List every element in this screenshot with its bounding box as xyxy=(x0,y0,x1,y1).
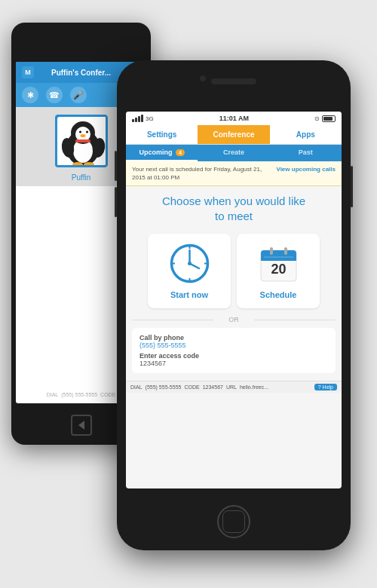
sub-tab-upcoming[interactable]: Upcoming 4 xyxy=(126,145,198,161)
signal-bar-3 xyxy=(138,116,140,122)
clock-icon xyxy=(169,243,210,284)
battery-icon: ⊙ xyxy=(314,115,320,122)
android-code-label: CODE xyxy=(100,392,115,397)
access-code-label: Enter access code xyxy=(139,352,328,360)
phone-icon[interactable]: ☎ xyxy=(46,87,63,103)
upcoming-badge: 4 xyxy=(176,149,185,156)
sub-tabs: Upcoming 4 Create Past xyxy=(126,145,342,161)
iphone-power-btn[interactable] xyxy=(351,166,353,207)
bottom-code-number: 1234567 xyxy=(203,384,223,390)
start-now-label: Start now xyxy=(170,290,208,299)
notification-link[interactable]: View upcoming calls xyxy=(276,165,336,173)
signal-bar-4 xyxy=(141,115,143,122)
android-dial-label: DIAL xyxy=(47,392,59,397)
signal-bar-2 xyxy=(135,118,137,122)
notification-bar: Your next call is scheduled for Friday, … xyxy=(126,161,342,186)
sub-tab-create[interactable]: Create xyxy=(198,145,269,161)
svg-rect-24 xyxy=(261,256,296,261)
or-divider: OR xyxy=(132,316,336,323)
notification-text: Your next call is scheduled for Friday, … xyxy=(132,165,276,182)
main-tabs: Settings Conference Apps xyxy=(126,125,342,145)
signal-indicator: 3G xyxy=(132,115,154,122)
schedule-label: Schedule xyxy=(260,290,297,299)
svg-line-17 xyxy=(189,264,199,269)
iphone-bottom-bar: DIAL (555) 555-5555 CODE 1234567 URL hel… xyxy=(126,381,342,393)
penguin-avatar-image xyxy=(57,117,108,167)
status-right: ⊙ xyxy=(314,115,336,122)
start-now-card[interactable]: Start now xyxy=(148,234,231,308)
android-title: Puffin's Confer... xyxy=(51,69,111,77)
action-cards: Start now xyxy=(132,234,336,308)
iphone-volume-down[interactable] xyxy=(115,187,117,217)
iphone-home-inner xyxy=(222,510,245,533)
iphone-home-button[interactable] xyxy=(217,505,250,538)
access-code-value: 1234567 xyxy=(139,360,328,367)
bottom-code-label: CODE xyxy=(184,384,199,390)
svg-rect-25 xyxy=(270,247,273,255)
mic-icon[interactable]: 🎤 xyxy=(70,87,87,103)
iphone-volume-up[interactable] xyxy=(115,151,117,181)
android-avatar xyxy=(55,115,108,167)
svg-point-12 xyxy=(84,162,94,167)
choose-title: Choose when you would like to meet xyxy=(132,194,336,223)
signal-bar-1 xyxy=(132,119,134,122)
status-time: 11:01 AM xyxy=(219,115,249,122)
iphone-screen: 3G 11:01 AM ⊙ Settings Conference Apps xyxy=(126,112,342,488)
svg-point-6 xyxy=(79,130,81,133)
svg-point-11 xyxy=(72,162,83,167)
tab-settings[interactable]: Settings xyxy=(126,125,198,144)
iphone: 3G 11:01 AM ⊙ Settings Conference Apps xyxy=(117,60,351,550)
sub-tab-past[interactable]: Past xyxy=(270,145,342,161)
iphone-camera xyxy=(200,75,206,81)
schedule-card[interactable]: 20 Schedule xyxy=(237,234,320,308)
android-back-icon[interactable] xyxy=(71,415,92,436)
bottom-dial-label: DIAL xyxy=(130,384,143,390)
svg-rect-26 xyxy=(284,247,287,255)
m-badge: M xyxy=(22,66,34,78)
network-type: 3G xyxy=(146,115,154,122)
calendar-icon: 20 xyxy=(258,243,299,284)
main-content: Choose when you would like to meet xyxy=(126,186,342,381)
scene: M Puffin's Confer... ✱ ☎ 🎤 xyxy=(0,0,377,588)
svg-text:20: 20 xyxy=(271,262,286,277)
android-avatar-name: Puffin xyxy=(72,173,90,182)
svg-point-7 xyxy=(86,130,88,133)
battery-indicator xyxy=(322,115,336,122)
call-by-phone-label: Call by phone xyxy=(139,334,328,341)
asterisk-icon[interactable]: ✱ xyxy=(22,87,38,103)
android-bottom-number: (555) 555-5555 xyxy=(61,392,97,397)
battery-fill xyxy=(323,117,333,121)
bottom-dial-number: (555) 555-5555 xyxy=(146,384,182,390)
svg-rect-13 xyxy=(75,139,90,142)
choose-title-line1: Choose when you would like xyxy=(162,194,305,207)
tab-apps[interactable]: Apps xyxy=(270,125,342,144)
tab-conference[interactable]: Conference xyxy=(198,125,269,144)
bottom-url-value: hello.freec... xyxy=(240,384,268,390)
call-section: Call by phone (555) 555-5555 Enter acces… xyxy=(132,328,336,373)
sub-tab-upcoming-label: Upcoming xyxy=(139,149,172,156)
choose-title-line2: to meet xyxy=(215,210,253,222)
call-number[interactable]: (555) 555-5555 xyxy=(139,341,328,349)
svg-point-8 xyxy=(81,134,86,137)
iphone-speaker xyxy=(211,78,256,84)
status-bar: 3G 11:01 AM ⊙ xyxy=(126,112,342,125)
bottom-url-label: URL xyxy=(226,384,237,390)
help-button[interactable]: ? Help xyxy=(314,384,337,390)
